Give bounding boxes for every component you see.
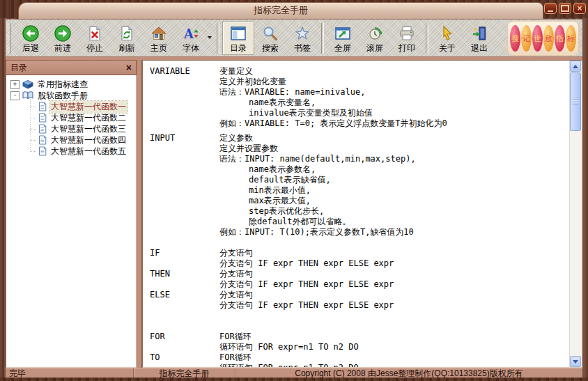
- doc-description: 分支语句分支语句 IF expr THEN expr ELSE expr: [219, 290, 570, 311]
- doc-block-to: TOFOR循环循环语句 FOR expr=n1 TO n2 DO: [150, 352, 570, 367]
- doc-line: 语法：VARIABLE: name=inivalue,: [219, 87, 570, 98]
- vertical-scrollbar[interactable]: [569, 61, 582, 367]
- doc-line: 例如：VARIABLE: T=0; 表示定义浮点数变量T并初始化为0: [219, 118, 570, 129]
- status-copyright: Copyright (C) 2008 由Jesse整理制作(QQ:1013382…: [235, 368, 582, 378]
- window-bottom-edge: [0, 378, 588, 381]
- collapse-icon[interactable]: -: [10, 91, 20, 100]
- toolbar-label-about: 关于: [439, 43, 456, 53]
- close-button[interactable]: ×: [573, 3, 586, 14]
- toolbar-label-stop: 停止: [86, 43, 103, 53]
- tree-item[interactable]: 大智慧新一代函数四: [6, 134, 136, 146]
- tree-item-label: 常用指标速查: [36, 79, 89, 91]
- doc-line: 定义并初始化变量: [219, 77, 570, 87]
- toolbar-button-toc[interactable]: 目录: [222, 22, 254, 55]
- maximize-button[interactable]: [559, 3, 571, 14]
- tree-item[interactable]: 大智慧新一代函数三: [6, 123, 136, 134]
- page-icon: [38, 124, 47, 134]
- toolbar-button-bookmark[interactable]: 书签: [286, 22, 318, 55]
- doc-keyword: FOR: [150, 332, 219, 352]
- doc-line: 分支语句: [219, 248, 570, 258]
- tree-item[interactable]: + 常用指标速查: [6, 79, 136, 90]
- seal-badge: 搜: [510, 25, 520, 52]
- content-pane[interactable]: VARIABLE变量定义定义并初始化变量语法：VARIABLE: name=in…: [143, 61, 570, 367]
- status-text: 完毕: [6, 368, 133, 378]
- doc-line: default表示缺省值,: [219, 175, 570, 185]
- doc-keyword: TO: [150, 352, 219, 367]
- toolbar-button-refresh[interactable]: 刷新: [111, 22, 143, 55]
- tree-item-label: 大智慧新一代函数四: [49, 134, 127, 146]
- back-icon: [22, 24, 40, 42]
- expand-icon[interactable]: +: [10, 80, 20, 89]
- toolbar-button-print[interactable]: 打印: [391, 22, 423, 55]
- tree-item-label: 大智慧新一代函数一: [49, 101, 127, 113]
- toolbar-button-fullscreen[interactable]: 全屏: [327, 22, 359, 55]
- sidebar-header: 目录 ×: [6, 60, 137, 75]
- scroll-icon: [366, 25, 383, 42]
- doc-keyword: VARIABLE: [150, 66, 219, 129]
- font-dropdown-arrow-icon[interactable]: [208, 36, 212, 41]
- tree-item[interactable]: 大智慧新一代函数一: [6, 101, 136, 112]
- doc-line: name表示参数名,: [219, 164, 570, 175]
- toolbar-label-back: 后退: [22, 43, 39, 53]
- toolbar-button-stop[interactable]: 停止: [79, 22, 111, 55]
- doc-line: 语法：INPUT: name(default,min,max,step),: [219, 154, 570, 164]
- doc-block-input: INPUT定义参数定义并设置参数语法：INPUT: name(default,m…: [150, 133, 570, 238]
- seal-badge: 记: [521, 25, 532, 52]
- toolbar-separator: [217, 23, 219, 54]
- print-icon: [399, 25, 415, 42]
- window-controls: ×: [544, 3, 586, 14]
- doc-line: min表示最小值,: [219, 185, 570, 196]
- toolbar-label-scrollscreen: 滚屏: [366, 43, 383, 53]
- tree-item-label: 大智慧新一代函数三: [49, 123, 127, 135]
- toolbar-button-home[interactable]: 主页: [143, 22, 175, 55]
- doc-line: inivalue表示变量类型及初始值: [219, 108, 570, 118]
- doc-description: 分支语句分支语句 IF expr THEN expr ELSE expr: [219, 248, 570, 269]
- toolbar-button-about[interactable]: 关于: [431, 22, 463, 55]
- doc-line: 分支语句: [219, 290, 570, 300]
- toolbar-button-font[interactable]: A 字体: [175, 22, 207, 55]
- toolbar-button-search[interactable]: 搜索: [254, 22, 286, 55]
- scrollbar-thumb[interactable]: [570, 72, 581, 131]
- doc-block-for: FORFOR循环循环语句 FOR expr=n1 TO n2 DO: [150, 332, 570, 352]
- toc-icon: [230, 26, 247, 41]
- toolbar-button-exit[interactable]: 退出: [463, 22, 495, 55]
- minimize-button[interactable]: [544, 3, 557, 14]
- scroll-down-button[interactable]: [570, 356, 581, 367]
- doc-keyword: ELSE: [150, 290, 219, 311]
- doc-keyword: INPUT: [150, 133, 219, 238]
- toolbar-button-back[interactable]: 后退: [15, 22, 47, 55]
- doc-line: 分支语句: [219, 269, 570, 279]
- toolbar-separator: [321, 23, 324, 54]
- toolbar-label-bookmark: 书签: [294, 43, 311, 53]
- statusbar: 完毕 指标完全手册 Copyright (C) 2008 由Jesse整理制作(…: [6, 368, 582, 378]
- doc-line: 除default外都可以省略。: [219, 217, 570, 227]
- doc-line: FOR循环: [219, 352, 570, 363]
- toolbar-separator: [426, 23, 428, 54]
- doc-line: 定义参数: [219, 133, 570, 143]
- sidebar-close-icon[interactable]: ×: [126, 61, 132, 74]
- scroll-up-button[interactable]: [570, 61, 581, 72]
- tree-children: 大智慧新一代函数一 大智慧新一代函数二 大智慧新一代函数三 大智慧新一代函数四 …: [6, 101, 136, 157]
- tree-item[interactable]: 大智慧新一代函数五: [6, 146, 136, 157]
- tree-item[interactable]: 大智慧新一代函数二: [6, 112, 136, 123]
- doc-description: 变量定义定义并初始化变量语法：VARIABLE: name=inivalue,n…: [219, 66, 570, 129]
- toolbar-button-forward[interactable]: 前进: [47, 22, 79, 55]
- chevron-up-icon: [573, 62, 578, 68]
- book-closed-icon: [22, 79, 33, 89]
- pane-splitter[interactable]: [137, 60, 142, 368]
- doc-line: 分支语句 IF expr THEN expr ELSE expr: [219, 300, 570, 311]
- forward-icon: [54, 24, 72, 42]
- toolbar-buttons: 后退 前进 停止 刷新 主页A 字体 目录 搜索书签 全屏 滚屏: [15, 22, 495, 55]
- thumb-grip-icon: [573, 100, 578, 104]
- tree-item[interactable]: - 股软函数手册: [6, 90, 136, 101]
- doc-description: 分支语句分支语句 IF expr THEN expr ELSE expr: [219, 269, 570, 290]
- toolbar-label-exit: 退出: [471, 43, 488, 53]
- toolbar-button-scrollscreen[interactable]: 滚屏: [359, 22, 391, 55]
- status-doc-title: 指标完全手册: [133, 368, 235, 378]
- app-window: 指标完全手册 × 后退 前进 停止 刷新 主页A 字体 目录: [0, 0, 588, 381]
- doc-description: FOR循环循环语句 FOR expr=n1 TO n2 DO: [219, 352, 570, 367]
- sidebar-title: 目录: [10, 61, 27, 74]
- doc-line: 循环语句 FOR expr=n1 TO n2 DO: [219, 342, 570, 352]
- toolbar-grip[interactable]: [8, 23, 11, 54]
- toolbar-label-font: 字体: [183, 43, 199, 53]
